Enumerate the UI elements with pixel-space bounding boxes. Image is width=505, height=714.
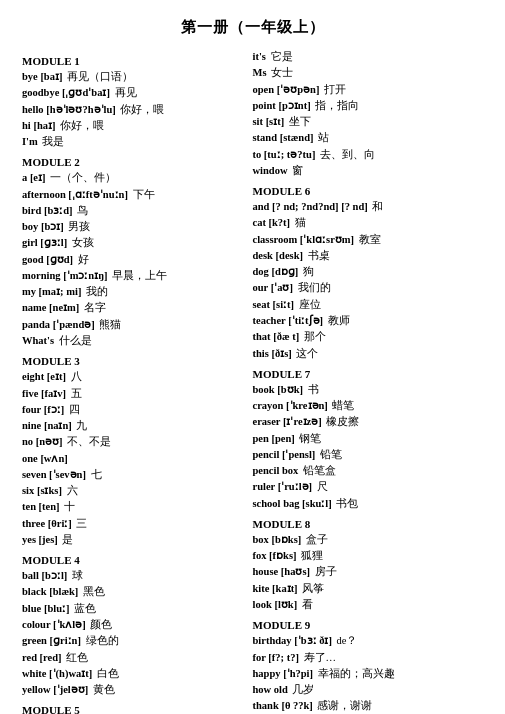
word-phonetic: seat [siːt] [253, 297, 295, 313]
list-item: afternoon [ˌɑːftəˈnuːn] 下午 [22, 187, 245, 203]
word-meaning: 你好，喂 [60, 118, 104, 134]
list-item: no [nəʊ] 不、不是 [22, 434, 245, 450]
word-phonetic: name [neɪm] [22, 300, 79, 316]
word-phonetic: it's [253, 49, 266, 65]
list-item: good [ɡʊd] 好 [22, 252, 245, 268]
word-phonetic: five [faɪv] [22, 386, 66, 402]
word-phonetic: seven [ˈsevən] [22, 467, 86, 483]
word-meaning: 七 [91, 467, 102, 483]
list-item: seat [siːt] 座位 [253, 297, 476, 313]
list-item: three [θriː] 三 [22, 516, 245, 532]
word-meaning: 教师 [328, 313, 350, 329]
word-meaning: 十 [64, 499, 75, 515]
word-phonetic: stand [stænd] [253, 130, 314, 146]
list-item: bye [baɪ] 再见（口语） [22, 69, 245, 85]
word-meaning: 蜡笔 [332, 398, 354, 414]
word-phonetic: ten [ten] [22, 499, 60, 515]
word-phonetic: eight [eɪt] [22, 369, 66, 385]
word-meaning: 打开 [324, 82, 346, 98]
word-meaning: 是 [62, 532, 73, 548]
word-phonetic: bird [bɜːd] [22, 203, 73, 219]
list-item: birthday [ˈbɜː ðɪ] de？ [253, 633, 476, 649]
word-meaning: 早晨，上午 [112, 268, 167, 284]
word-meaning: 熊猫 [99, 317, 121, 333]
list-item: desk [desk] 书桌 [253, 248, 476, 264]
word-meaning: 一（个、件） [50, 170, 116, 186]
word-meaning: 和 [372, 199, 383, 215]
word-phonetic: our [ˈaʊ] [253, 280, 293, 296]
word-meaning: 站 [318, 130, 329, 146]
word-phonetic: I'm [22, 134, 38, 150]
list-item: teacher [ˈtiːtʃə] 教师 [253, 313, 476, 329]
list-item: one [wʌn] [22, 451, 245, 467]
list-item: crayon [ˈkreɪən] 蜡笔 [253, 398, 476, 414]
list-item: four [fɔː] 四 [22, 402, 245, 418]
list-item: cat [k?t] 猫 [253, 215, 476, 231]
list-item: colour [ˈkʌlə] 颜色 [22, 617, 245, 633]
list-item: white [ˈ(h)waɪt] 白色 [22, 666, 245, 682]
word-meaning: 名字 [84, 300, 106, 316]
word-meaning: 你好，喂 [120, 102, 164, 118]
word-phonetic: pencil box [253, 463, 299, 479]
word-phonetic: thank [θ ??k] [253, 698, 313, 714]
word-meaning: 幸福的；高兴趣 [318, 666, 395, 682]
word-phonetic: to [tuː; tə?tu] [253, 147, 316, 163]
word-phonetic: classroom [ˈklɑːsrʊm] [253, 232, 355, 248]
list-item: a [eɪ] 一（个、件） [22, 170, 245, 186]
list-item: ball [bɔːl] 球 [22, 568, 245, 584]
word-meaning: 这个 [296, 346, 318, 362]
list-item: school bag [skuːl] 书包 [253, 496, 476, 512]
module-header: MODULE 1 [22, 55, 245, 67]
word-meaning: 颜色 [90, 617, 112, 633]
word-meaning: 八 [71, 369, 82, 385]
word-phonetic: blue [bluː] [22, 601, 69, 617]
word-meaning: 好 [78, 252, 89, 268]
module-header: MODULE 6 [253, 185, 476, 197]
word-meaning: de？ [337, 633, 358, 649]
list-item: bird [bɜːd] 鸟 [22, 203, 245, 219]
list-item: eight [eɪt] 八 [22, 369, 245, 385]
word-meaning: 五 [71, 386, 82, 402]
word-phonetic: cat [k?t] [253, 215, 291, 231]
word-phonetic: fox [fɒks] [253, 548, 297, 564]
list-item: happy [ˈh?pi] 幸福的；高兴趣 [253, 666, 476, 682]
word-meaning: 橡皮擦 [326, 414, 359, 430]
word-phonetic: six [sɪks] [22, 483, 62, 499]
list-item: that [ðæ t] 那个 [253, 329, 476, 345]
list-item: blue [bluː] 蓝色 [22, 601, 245, 617]
word-phonetic: nine [naɪn] [22, 418, 72, 434]
word-phonetic: girl [ɡɜːl] [22, 235, 67, 251]
list-item: classroom [ˈklɑːsrʊm] 教室 [253, 232, 476, 248]
word-phonetic: morning [ˈmɔːnɪŋ] [22, 268, 108, 284]
left-column: MODULE 1bye [baɪ] 再见（口语）goodbye [ˌɡʊdˈba… [22, 49, 253, 714]
word-phonetic: ball [bɔːl] [22, 568, 67, 584]
list-item: house [haʊs] 房子 [253, 564, 476, 580]
list-item: for [f?; t?] 寿了… [253, 650, 476, 666]
word-phonetic: happy [ˈh?pi] [253, 666, 313, 682]
word-meaning: 几岁 [292, 682, 314, 698]
list-item: hi [haɪ] 你好，喂 [22, 118, 245, 134]
word-meaning: 白色 [97, 666, 119, 682]
module-header: MODULE 4 [22, 554, 245, 566]
word-phonetic: white [ˈ(h)waɪt] [22, 666, 92, 682]
word-phonetic: my [maɪ; mi] [22, 284, 81, 300]
word-phonetic: look [lʊk] [253, 597, 298, 613]
word-meaning: 再见 [115, 85, 137, 101]
list-item: yellow [ˈjeləʊ] 黄色 [22, 682, 245, 698]
list-item: stand [stænd] 站 [253, 130, 476, 146]
list-item: this [ðɪs] 这个 [253, 346, 476, 362]
word-meaning: 三 [76, 516, 87, 532]
word-phonetic: one [wʌn] [22, 451, 68, 467]
word-meaning: 狗 [303, 264, 314, 280]
list-item: box [bɒks] 盒子 [253, 532, 476, 548]
word-meaning: 九 [76, 418, 87, 434]
word-meaning: 我的 [86, 284, 108, 300]
word-meaning: 窗 [292, 163, 303, 179]
word-phonetic: red [red] [22, 650, 62, 666]
list-item: girl [ɡɜːl] 女孩 [22, 235, 245, 251]
list-item: What's 什么是 [22, 333, 245, 349]
list-item: morning [ˈmɔːnɪŋ] 早晨，上午 [22, 268, 245, 284]
list-item: ruler [ˈruːlə] 尺 [253, 479, 476, 495]
word-phonetic: dog [dɒɡ] [253, 264, 299, 280]
list-item: and [? nd; ?nd?nd] [? nd] 和 [253, 199, 476, 215]
